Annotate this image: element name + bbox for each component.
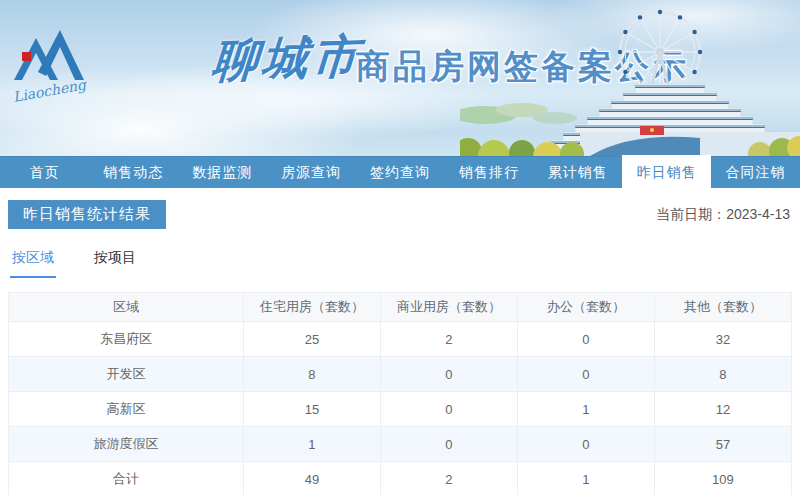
value-cell: 0 — [517, 322, 654, 357]
table-header-row: 区域住宅用房（套数）商业用房（套数）办公（套数）其他（套数） — [9, 293, 792, 322]
value-cell: 32 — [654, 322, 791, 357]
value-cell: 57 — [654, 427, 791, 462]
tab-by-project[interactable]: 按项目 — [92, 249, 138, 278]
nav-item-listing-query[interactable]: 房源查询 — [267, 157, 356, 189]
value-cell: 1 — [517, 462, 654, 495]
value-cell: 0 — [517, 427, 654, 462]
ferris-wheel-illustration — [460, 0, 800, 156]
value-cell: 15 — [243, 392, 380, 427]
region-cell: 旅游度假区 — [9, 427, 244, 462]
tab-by-region[interactable]: 按区域 — [10, 249, 56, 278]
value-cell: 8 — [243, 357, 380, 392]
table-row: 开发区8008 — [9, 357, 792, 392]
value-cell: 2 — [380, 462, 517, 495]
column-header: 办公（套数） — [517, 293, 654, 322]
column-header: 区域 — [9, 293, 244, 322]
region-cell: 东昌府区 — [9, 322, 244, 357]
value-cell: 1 — [517, 392, 654, 427]
stats-table: 区域住宅用房（套数）商业用房（套数）办公（套数）其他（套数） 东昌府区25203… — [8, 292, 792, 495]
site-logo: Liaocheng — [12, 22, 212, 122]
region-cell: 开发区 — [9, 357, 244, 392]
region-cell: 合计 — [9, 462, 244, 495]
sub-tabs: 按区域按项目 — [8, 249, 792, 278]
table-row: 合计4921109 — [9, 462, 792, 495]
nav-item-sales-ranking[interactable]: 销售排行 — [444, 157, 533, 189]
value-cell: 8 — [654, 357, 791, 392]
current-date: 当前日期：2023-4-13 — [656, 206, 792, 224]
page: Liaocheng 聊城市 商品房网签备案公示 — [0, 0, 800, 495]
value-cell: 0 — [517, 357, 654, 392]
column-header: 商业用房（套数） — [380, 293, 517, 322]
value-cell: 1 — [243, 427, 380, 462]
table-row: 高新区150112 — [9, 392, 792, 427]
value-cell: 12 — [654, 392, 791, 427]
content: 昨日销售统计结果 当前日期：2023-4-13 按区域按项目 区域住宅用房（套数… — [0, 200, 800, 495]
value-cell: 0 — [380, 392, 517, 427]
lakeside-landscape — [460, 103, 580, 124]
column-header: 其他（套数） — [654, 293, 791, 322]
value-cell: 49 — [243, 462, 380, 495]
nav-item-home[interactable]: 首页 — [0, 157, 89, 189]
value-cell: 109 — [654, 462, 791, 495]
region-cell: 高新区 — [9, 392, 244, 427]
value-cell: 25 — [243, 322, 380, 357]
nav-item-yesterday-sales[interactable]: 昨日销售 — [622, 157, 711, 189]
nav-item-contract-query[interactable]: 签约查询 — [356, 157, 445, 189]
table-row: 旅游度假区10057 — [9, 427, 792, 462]
logo-m-icon — [14, 30, 84, 80]
content-head: 昨日销售统计结果 当前日期：2023-4-13 — [8, 200, 792, 229]
header-banner: Liaocheng 聊城市 商品房网签备案公示 — [0, 0, 800, 156]
city-name-calligraphy: 聊城市 — [210, 25, 364, 92]
logo-script-text: Liaocheng — [12, 76, 89, 106]
value-cell: 2 — [380, 322, 517, 357]
nav-item-cumulative-sales[interactable]: 累计销售 — [533, 157, 622, 189]
main-nav: 首页销售动态数据监测房源查询签约查询销售排行累计销售昨日销售合同注销 — [0, 156, 800, 188]
table-row: 东昌府区252032 — [9, 322, 792, 357]
nav-item-contract-cancellation[interactable]: 合同注销 — [711, 157, 800, 189]
section-title-badge: 昨日销售统计结果 — [8, 200, 166, 229]
column-header: 住宅用房（套数） — [243, 293, 380, 322]
value-cell: 0 — [380, 357, 517, 392]
nav-item-data-monitoring[interactable]: 数据监测 — [178, 157, 267, 189]
nav-item-sales-dynamics[interactable]: 销售动态 — [89, 157, 178, 189]
value-cell: 0 — [380, 427, 517, 462]
